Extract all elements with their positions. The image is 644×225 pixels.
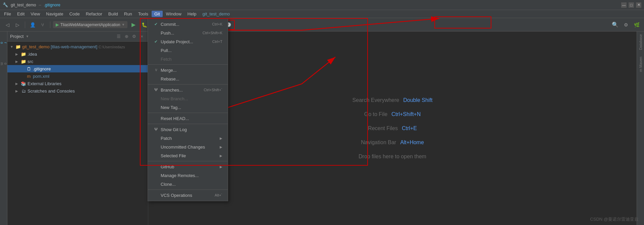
menu-run[interactable]: Run	[121, 11, 135, 17]
toolbar-sep-1	[25, 21, 25, 28]
vcs-ops-shortcut: Alt+`	[215, 193, 222, 197]
tree-item-pomxml[interactable]: m pom.xml	[7, 72, 148, 80]
root-arrow-icon: ▼	[10, 45, 14, 49]
close-button[interactable]: ✕	[636, 2, 641, 8]
gitignore-label: .gitignore	[33, 66, 51, 71]
run-button[interactable]: ▶	[129, 20, 138, 30]
left-side-tabs: Proj Comm	[0, 32, 7, 225]
menu-help[interactable]: Help	[185, 11, 199, 17]
git-update-button[interactable]: 👤	[28, 20, 37, 30]
tree-item-gitignore[interactable]: 🗒 .gitignore	[7, 65, 148, 72]
git-menu-sep3	[148, 113, 228, 113]
hint-goto-text: Go to File	[364, 111, 387, 117]
hint-search-text: Search Everywhere	[353, 97, 399, 103]
settings-button[interactable]: ⚙	[621, 20, 631, 30]
git-menu-branches[interactable]: Ψ Branches... Ctrl+Shift+`	[148, 86, 228, 94]
uncommitted-arrow-icon: ▶	[220, 145, 222, 149]
toolbar-git-group: 👤 ⑂	[28, 20, 47, 30]
power-save-button[interactable]: 🌿	[632, 20, 641, 30]
tree-item-external-libs[interactable]: ▶ 📚 External Libraries	[7, 80, 148, 87]
panel-settings-button[interactable]: ⚙	[131, 33, 138, 40]
run-config-icon: ▶	[56, 22, 59, 27]
menu-tools[interactable]: Tools	[136, 11, 151, 17]
title-bar: 🔧 git_test_demo – .gitignore — □ ✕	[0, 0, 644, 10]
uncommitted-label: Uncommitted Changes	[161, 145, 205, 150]
project-panel: Project ▼ ☰ ⊕ ⚙ × ▼ 📁 git_test_demo [tli…	[7, 32, 148, 225]
selected-file-arrow-icon: ▶	[220, 154, 222, 158]
git-menu-patch[interactable]: Patch ▶	[148, 134, 228, 143]
toolbar-sep-2	[50, 21, 50, 28]
extlib-label: External Libraries	[28, 81, 61, 86]
git-menu-uncommitted[interactable]: Uncommitted Changes ▶	[148, 143, 228, 151]
hint-search-shortcut: Double Shift	[403, 97, 432, 103]
menu-build[interactable]: Build	[106, 11, 121, 17]
tree-item-scratches[interactable]: ▶ 🗂 Scratches and Consoles	[7, 87, 148, 95]
hint-drop: Drop files here to open them	[359, 154, 426, 160]
maven-tab[interactable]: m Maven	[639, 57, 643, 72]
hint-goto-shortcut: Ctrl+Shift+N	[391, 111, 421, 117]
git-menu-sep4	[148, 124, 228, 124]
menu-project[interactable]: git_test_demo	[200, 11, 233, 17]
database-tab[interactable]: Database	[639, 34, 643, 50]
run-config-name: TliasWebManagementApplication	[60, 22, 120, 27]
forward-button[interactable]: ▷	[13, 20, 22, 30]
git-menu: ✔ Commit... Ctrl+K Push... Ctrl+Shift+K …	[148, 18, 228, 201]
hint-navbar-text: Navigation Bar	[361, 139, 396, 146]
tree-item-root[interactable]: ▼ 📁 git_test_demo [tlias-web-management]…	[7, 43, 148, 50]
git-menu-vcs-ops[interactable]: VCS Operations Alt+`	[148, 191, 228, 200]
maximize-button[interactable]: □	[629, 2, 634, 8]
commit-side-tab[interactable]: Comm	[1, 54, 7, 74]
panel-hide-button[interactable]: ×	[139, 33, 145, 40]
menu-file[interactable]: File	[1, 11, 14, 17]
search-everywhere-button[interactable]: 🔍	[610, 20, 620, 30]
vcs-ops-label: VCS Operations	[161, 193, 192, 198]
panel-dropdown-icon[interactable]: ▼	[25, 35, 29, 38]
root-label: git_test_demo [tlias-web-management] C:\…	[22, 44, 125, 49]
root-folder-icon: 📁	[15, 44, 21, 49]
tree-item-src[interactable]: ▶ 📁 src	[7, 58, 148, 65]
git-menu-commit[interactable]: ✔ Commit... Ctrl+K	[148, 20, 228, 29]
branches-shortcut: Ctrl+Shift+`	[204, 88, 222, 92]
commit-shortcut: Ctrl+K	[212, 22, 222, 26]
tree-item-idea[interactable]: ▶ 📁 .idea	[7, 50, 148, 58]
menu-edit[interactable]: Edit	[14, 11, 27, 17]
git-menu-github[interactable]: GitHub ▶	[148, 162, 228, 171]
menu-refactor[interactable]: Refactor	[83, 11, 105, 17]
root-module-name: [tlias-web-management]	[51, 44, 97, 49]
menu-view[interactable]: View	[28, 11, 43, 17]
git-branch-button[interactable]: ⑂	[38, 20, 47, 30]
git-menu-selected-file[interactable]: Selected File ▶	[148, 151, 228, 160]
title-bar-controls: — □ ✕	[621, 2, 641, 8]
git-menu-rebase[interactable]: Rebase...	[148, 74, 228, 83]
merge-icon: ⑂	[153, 68, 159, 72]
github-arrow-icon: ▶	[220, 165, 222, 169]
git-menu-clone[interactable]: Clone...	[148, 180, 228, 188]
menu-navigate[interactable]: Navigate	[43, 11, 66, 17]
panel-tools: ☰ ⊕ ⚙ ×	[115, 33, 145, 40]
minimize-button[interactable]: —	[621, 2, 627, 8]
show-log-label: Show Git Log	[161, 127, 187, 132]
menu-bar: File Edit View Navigate Code Refactor Bu…	[0, 10, 644, 18]
menu-window[interactable]: Window	[163, 11, 184, 17]
collapse-all-button[interactable]: ☰	[115, 33, 122, 40]
git-menu-push[interactable]: Push... Ctrl+Shift+K	[148, 29, 228, 37]
push-shortcut: Ctrl+Shift+K	[203, 31, 222, 35]
git-menu-new-tag[interactable]: New Tag...	[148, 103, 228, 112]
git-menu-manage-remotes[interactable]: Manage Remotes...	[148, 171, 228, 180]
scratches-icon: 🗂	[21, 89, 26, 94]
locate-file-button[interactable]: ⊕	[123, 33, 130, 40]
git-menu-reset-head[interactable]: Reset HEAD...	[148, 114, 228, 123]
git-menu-show-log[interactable]: Ψ Show Git Log	[148, 125, 228, 134]
git-menu-pull[interactable]: Pull...	[148, 46, 228, 55]
file-tree: ▼ 📁 git_test_demo [tlias-web-management]…	[7, 42, 148, 225]
root-project-name: git_test_demo	[22, 44, 50, 49]
clone-label: Clone...	[161, 182, 176, 187]
git-menu-merge[interactable]: ⑂ Merge...	[148, 66, 228, 74]
menu-code[interactable]: Code	[67, 11, 83, 17]
extlib-icon: 📚	[21, 81, 26, 86]
back-button[interactable]: ◁	[3, 20, 12, 30]
project-side-tab[interactable]: Proj	[1, 33, 7, 53]
menu-git[interactable]: Git	[152, 11, 163, 17]
run-config-selector[interactable]: ▶ TliasWebManagementApplication ▼	[53, 21, 127, 28]
git-menu-update[interactable]: ✔ Update Project... Ctrl+T	[148, 37, 228, 46]
